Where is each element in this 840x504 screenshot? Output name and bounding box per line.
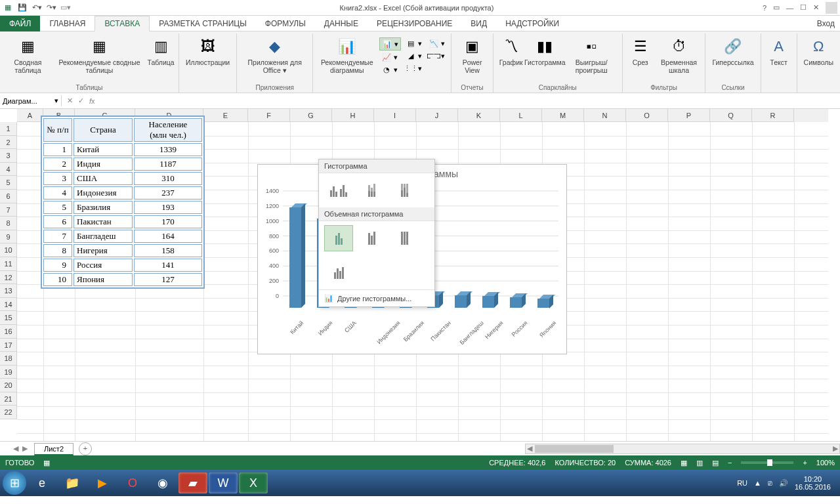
col-header[interactable]: O <box>626 109 668 122</box>
redo-icon[interactable]: ↷▾ <box>46 3 56 13</box>
col-header[interactable]: Q <box>710 109 752 122</box>
cell-country[interactable]: Нигерия <box>74 244 133 257</box>
row-header[interactable]: 22 <box>0 406 17 419</box>
taskbar-media[interactable]: ▶ <box>88 472 117 494</box>
cell-country[interactable]: Китай <box>74 143 133 156</box>
row-header[interactable]: 15 <box>0 311 17 325</box>
col-header[interactable]: G <box>290 109 332 122</box>
row-header[interactable]: 11 <box>0 257 17 271</box>
taskbar-excel[interactable]: X <box>239 472 268 494</box>
zoom-out-icon[interactable]: − <box>728 459 732 467</box>
tab-review[interactable]: РЕЦЕНЗИРОВАНИЕ <box>368 16 461 31</box>
cell-pop[interactable]: 164 <box>134 230 202 243</box>
row-header[interactable]: 9 <box>0 230 17 244</box>
view-pagebreak-icon[interactable]: ▤ <box>712 459 719 467</box>
fx-icon[interactable]: fx <box>89 97 95 105</box>
sheet-tab[interactable]: Лист2 <box>34 443 74 455</box>
col-header[interactable]: J <box>416 109 458 122</box>
col-header[interactable]: A <box>17 109 43 122</box>
sparkline-winloss-button[interactable]: ▪▫Выигрыш/ проигрыш <box>565 35 618 75</box>
hdr-country[interactable]: Страна <box>74 118 133 142</box>
cell-num[interactable]: 5 <box>43 201 72 214</box>
dd-3d-clustered[interactable] <box>324 225 353 251</box>
row-header[interactable]: 4 <box>0 163 17 177</box>
row-header[interactable]: 20 <box>0 379 17 392</box>
cell-pop[interactable]: 237 <box>134 186 202 200</box>
dd-3d-stacked[interactable] <box>357 225 386 251</box>
worksheet-grid[interactable]: ABCDEFGHIJKLMNOPQR 123456789101112131415… <box>0 109 840 441</box>
tray-flag-icon[interactable]: ▲ <box>754 479 761 487</box>
help-icon[interactable]: ? <box>763 4 766 12</box>
hyperlink-button[interactable]: 🔗Гиперссылка <box>709 35 756 68</box>
sign-in-link[interactable]: Вход <box>817 19 835 28</box>
cell-country[interactable]: Бразилия <box>74 201 133 214</box>
qat-more-icon[interactable]: ▭▾ <box>60 3 71 13</box>
hdr-pop[interactable]: Население (млн чел.) <box>134 118 202 142</box>
power-view-button[interactable]: ▣Power View <box>455 35 488 75</box>
row-header[interactable]: 1 <box>0 122 17 136</box>
cell-pop[interactable]: 310 <box>134 172 202 185</box>
user-avatar-icon[interactable] <box>826 2 837 14</box>
cell-num[interactable]: 6 <box>43 215 72 228</box>
row-header[interactable]: 18 <box>0 352 17 366</box>
tab-file[interactable]: ФАЙЛ <box>0 16 40 32</box>
symbols-button[interactable]: ΩСимволы <box>801 35 836 68</box>
recommended-pivot-button[interactable]: ▦Рекомендуемые сводные таблицы <box>54 35 144 75</box>
tab-view[interactable]: ВИД <box>461 16 496 31</box>
dd-3d-column[interactable] <box>324 259 353 285</box>
sparkline-line-button[interactable]: 〽График <box>497 35 525 68</box>
macro-record-icon[interactable]: ▦ <box>43 459 50 467</box>
dd-3d-100stacked[interactable] <box>390 225 419 251</box>
cancel-icon[interactable]: ✕ <box>67 96 73 105</box>
col-header[interactable]: P <box>668 109 710 122</box>
cell-num[interactable]: 2 <box>43 158 72 171</box>
row-header[interactable]: 13 <box>0 284 17 298</box>
cell-country[interactable]: Бангладеш <box>74 230 133 243</box>
cell-pop[interactable]: 170 <box>134 215 202 228</box>
cell-num[interactable]: 7 <box>43 230 72 243</box>
hdr-num[interactable]: № п/п <box>43 118 72 142</box>
row-header[interactable]: 19 <box>0 366 17 379</box>
row-header[interactable]: 12 <box>0 271 17 285</box>
column-chart-button[interactable]: 📊▾ <box>379 37 401 51</box>
view-layout-icon[interactable]: ▥ <box>696 459 703 467</box>
row-header[interactable]: 21 <box>0 392 17 406</box>
row-header[interactable]: 10 <box>0 243 17 257</box>
taskbar-explorer[interactable]: 📁 <box>58 472 87 494</box>
minimize-icon[interactable]: — <box>786 4 793 12</box>
row-header[interactable]: 8 <box>0 217 17 230</box>
cell-country[interactable]: Япония <box>74 273 133 286</box>
cell-country[interactable]: Россия <box>74 259 133 272</box>
taskbar-word[interactable]: W <box>209 472 238 494</box>
cell-pop[interactable]: 1187 <box>134 158 202 171</box>
col-header[interactable]: E <box>203 109 248 122</box>
taskbar-chrome[interactable]: ◉ <box>148 472 177 494</box>
combo-chart-button[interactable]: ⫍⫎▾ <box>427 50 447 62</box>
dd-stacked-column[interactable] <box>357 177 386 203</box>
col-header[interactable]: N <box>584 109 626 122</box>
taskbar-ie[interactable]: e <box>28 472 56 494</box>
enter-icon[interactable]: ✓ <box>78 96 84 105</box>
col-header[interactable]: F <box>248 109 290 122</box>
row-header[interactable]: 3 <box>0 149 17 163</box>
pivot-table-button[interactable]: ▦Сводная таблица <box>4 35 52 75</box>
formula-bar[interactable]: ✕ ✓ fx <box>62 96 95 105</box>
zoom-slider[interactable] <box>741 461 793 464</box>
cell-num[interactable]: 10 <box>43 273 72 286</box>
col-header[interactable]: K <box>458 109 500 122</box>
row-header[interactable]: 14 <box>0 298 17 312</box>
tray-clock[interactable]: 10:2016.05.2016 <box>795 475 831 491</box>
tray-lang[interactable]: RU <box>737 479 747 487</box>
name-box[interactable]: Диаграм...▾ <box>0 95 62 106</box>
text-button[interactable]: AТекст <box>765 35 793 68</box>
add-sheet-button[interactable]: + <box>79 442 92 455</box>
col-header[interactable]: M <box>542 109 584 122</box>
bar-chart-button[interactable]: ▤▾ <box>404 37 424 49</box>
row-header[interactable]: 2 <box>0 136 17 150</box>
close-icon[interactable]: ✕ <box>813 3 819 12</box>
sheet-nav-next-icon[interactable]: ▶ <box>22 444 28 453</box>
taskbar-opera[interactable]: O <box>118 472 147 494</box>
tab-formulas[interactable]: ФОРМУЛЫ <box>256 16 315 31</box>
cell-pop[interactable]: 193 <box>134 201 202 214</box>
data-table[interactable]: № п/пСтранаНаселение (млн чел.) 1Китай13… <box>41 116 205 289</box>
